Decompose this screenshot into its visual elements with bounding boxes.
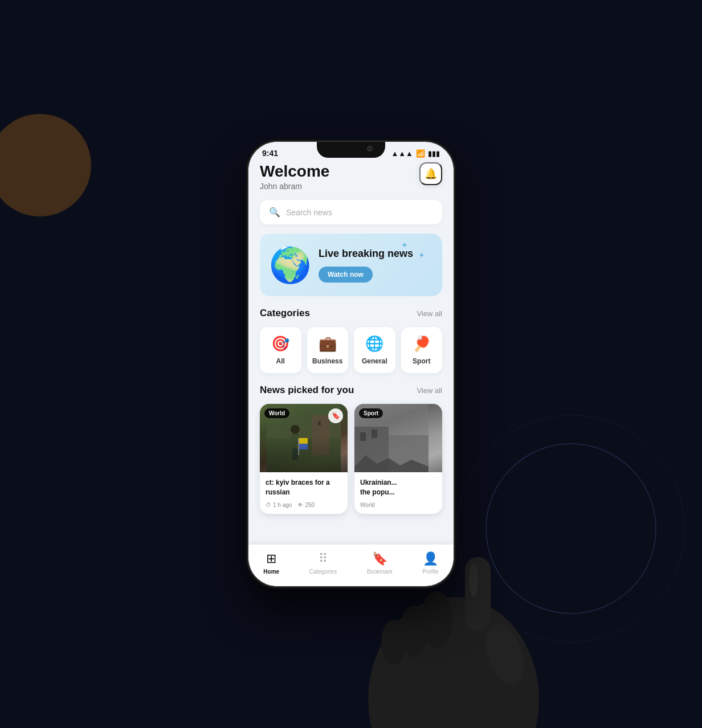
search-bar[interactable]: 🔍 Search news [260, 200, 442, 224]
bookmark-icon: 🔖 [372, 551, 387, 566]
category-general[interactable]: 🌐 General [354, 327, 395, 373]
svg-rect-2 [312, 415, 329, 455]
news-card-1-tag: World [264, 408, 289, 418]
news-cards-row: World 🔖 [260, 404, 442, 525]
phone-screen: 9:41 ▲▲▲ 📶 ▮▮▮ Welcome John abram 🔔 [248, 142, 454, 586]
banner-title: Live breaking news [319, 247, 433, 260]
news-card-1-time-text: 1 h ago [273, 502, 292, 508]
nav-profile-label: Profile [422, 569, 438, 575]
category-sport[interactable]: 🏓 Sport [401, 327, 443, 373]
status-icons: ▲▲▲ 📶 ▮▮▮ [391, 149, 440, 158]
category-business-label: Business [312, 357, 342, 365]
watch-now-button[interactable]: Watch now [319, 267, 373, 283]
svg-rect-16 [360, 432, 366, 441]
news-card-1-body: ct: kyiv braces for a russian ⏱ 1 h ago … [260, 472, 348, 514]
page-title: Welcome [260, 162, 329, 181]
category-general-icon: 🌐 [365, 335, 383, 353]
news-card-1-meta: ⏱ 1 h ago 👁 250 [266, 502, 342, 508]
nav-categories-label: Categories [309, 569, 337, 575]
news-card-2-tag: Sport [359, 408, 383, 418]
categories-icon: ⠿ [319, 551, 328, 566]
category-all-icon: 🎯 [271, 335, 289, 353]
svg-rect-3 [318, 421, 321, 426]
news-card-2-body: Ukrainian...the popu... World [354, 472, 442, 514]
bell-icon: 🔔 [425, 167, 437, 180]
news-card-1-views: 👁 250 [297, 502, 315, 508]
category-sport-icon: 🏓 [413, 335, 431, 353]
phone-content[interactable]: Welcome John abram 🔔 🔍 Search news 🌍 Liv… [248, 158, 454, 545]
signal-icon: ▲▲▲ [391, 149, 413, 158]
news-card-1-time: ⏱ 1 h ago [266, 502, 292, 508]
svg-point-22 [400, 606, 427, 657]
svg-rect-6 [291, 435, 293, 445]
phone-frame: 9:41 ▲▲▲ 📶 ▮▮▮ Welcome John abram 🔔 [248, 142, 454, 586]
svg-rect-9 [295, 448, 298, 460]
news-card-2-headline: Ukrainian...the popu... [360, 478, 436, 497]
svg-rect-5 [292, 434, 299, 448]
clock-icon: ⏱ [266, 502, 271, 508]
svg-rect-10 [298, 438, 299, 455]
wifi-icon: 📶 [416, 149, 425, 158]
category-general-label: General [362, 357, 387, 365]
profile-icon: 👤 [423, 551, 438, 566]
categories-title: Categories [260, 308, 310, 319]
home-icon: ⊞ [266, 551, 276, 566]
svg-rect-12 [299, 444, 308, 449]
news-view-all[interactable]: View all [417, 386, 442, 395]
search-placeholder-text: Search news [286, 208, 332, 217]
category-sport-label: Sport [413, 357, 430, 365]
news-card-2-category: World [360, 502, 436, 508]
battery-icon: ▮▮▮ [428, 149, 440, 158]
bottom-navigation: ⊞ Home ⠿ Categories 🔖 Bookmark 👤 Profile [248, 545, 454, 586]
nav-categories[interactable]: ⠿ Categories [309, 551, 337, 575]
svg-rect-11 [299, 438, 308, 444]
live-news-banner[interactable]: 🌍 Live breaking news Watch now ✦ ✦ [260, 234, 442, 296]
notification-bell-button[interactable]: 🔔 [419, 162, 442, 185]
camera-dot [367, 146, 373, 152]
globe-emoji: 🌍 [269, 245, 312, 285]
news-card-2[interactable]: Sport Ukrainian...the popu... [354, 404, 442, 514]
category-all-label: All [276, 357, 285, 365]
nav-profile[interactable]: 👤 Profile [422, 551, 438, 575]
status-time: 9:41 [262, 149, 278, 158]
views-icon: 👁 [297, 502, 303, 508]
news-section-title: News picked for you [260, 385, 354, 396]
bookmark-button-1[interactable]: 🔖 [328, 408, 343, 423]
category-business-icon: 💼 [319, 335, 337, 353]
bg-decoration-circle [0, 114, 91, 216]
categories-row: 🎯 All 💼 Business 🌐 General 🏓 Sport [260, 327, 442, 373]
nav-bookmark[interactable]: 🔖 Bookmark [367, 551, 393, 575]
svg-rect-7 [297, 435, 300, 445]
phone-notch [317, 142, 385, 158]
news-section-header: News picked for you View all [260, 385, 442, 396]
categories-view-all[interactable]: View all [417, 309, 442, 318]
svg-point-23 [381, 620, 406, 665]
sparkle-icon-1: ✦ [401, 240, 408, 250]
nav-bookmark-label: Bookmark [367, 569, 393, 575]
svg-rect-1 [267, 438, 341, 472]
news-card-1-headline: ct: kyiv braces for a russian [266, 478, 342, 497]
svg-rect-8 [292, 448, 295, 460]
banner-text-group: Live breaking news Watch now [319, 247, 433, 282]
nav-home-label: Home [263, 569, 279, 575]
category-business[interactable]: 💼 Business [307, 327, 349, 373]
nav-home[interactable]: ⊞ Home [263, 551, 279, 575]
page-header: Welcome John abram 🔔 [260, 162, 442, 191]
categories-section-header: Categories View all [260, 308, 442, 319]
news-card-1-image: World 🔖 [260, 404, 348, 472]
svg-point-4 [291, 425, 300, 434]
svg-rect-17 [372, 430, 377, 438]
category-all[interactable]: 🎯 All [260, 327, 301, 373]
welcome-text-group: Welcome John abram [260, 162, 329, 191]
bg-decoration-arc2 [457, 415, 685, 643]
svg-point-21 [421, 591, 452, 648]
sparkle-icon-2: ✦ [418, 251, 425, 260]
news-card-2-image: Sport [354, 404, 442, 472]
news-card-1-views-text: 250 [305, 502, 315, 508]
search-icon: 🔍 [269, 207, 280, 218]
user-name: John abram [260, 182, 329, 191]
news-card-1[interactable]: World 🔖 [260, 404, 348, 514]
